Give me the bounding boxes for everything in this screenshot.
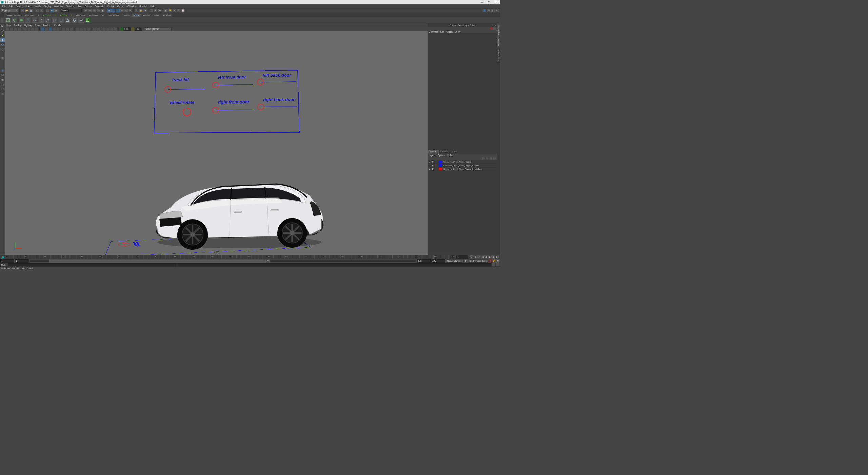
layer-type-toggle[interactable] (435, 160, 438, 164)
select-tool[interactable] (0, 24, 5, 28)
render-settings-icon[interactable]: ⚙ (158, 9, 162, 12)
layer-name[interactable]: Crossover_2025_White_Rigged (442, 161, 471, 163)
select-component-icon[interactable]: ▦ (54, 9, 58, 12)
panel-undock-icon[interactable]: ▱ (492, 24, 494, 26)
play-fwd-button[interactable]: ▶▶ (485, 255, 488, 259)
layer-menu-layers[interactable]: Layers (429, 154, 435, 156)
layer-row[interactable]: V P Crossover_2025_White_Rigged_Helpers (428, 164, 497, 167)
xgen-density-icon[interactable] (52, 17, 57, 23)
shelf-tab-sculpting[interactable]: Sculpting (41, 14, 53, 17)
shelf-tab-redshift[interactable]: Redshift (141, 14, 152, 17)
layout-outliner-icon[interactable] (0, 92, 5, 96)
layer-vis-toggle[interactable]: V (428, 160, 431, 164)
hypershade-icon[interactable]: ◐ (164, 9, 168, 12)
layer-new-selected-icon[interactable] (493, 157, 496, 160)
range-slider[interactable]: 120 (30, 260, 416, 262)
mask-curve-icon[interactable]: 〰 (92, 9, 96, 12)
mask-surface-icon[interactable]: ▭ (97, 9, 101, 12)
vp-bookmark-icon[interactable] (14, 27, 17, 31)
xgen-region-icon[interactable] (45, 17, 51, 23)
vp-edge-icon[interactable] (106, 27, 110, 31)
scale-tool[interactable] (0, 47, 5, 52)
step-fwd-button[interactable]: ▶ (488, 255, 492, 259)
vp-exposure-toggle-icon[interactable] (120, 27, 123, 31)
vp-xray-joints-icon[interactable] (70, 27, 73, 31)
layout-two-h-icon[interactable] (0, 78, 5, 82)
xgen-window-icon[interactable] (85, 17, 91, 23)
layer-vis-toggle[interactable]: V (428, 164, 431, 167)
layout-3-icon[interactable]: ⊟ (495, 9, 499, 12)
ch-menu-object[interactable]: Object (446, 31, 452, 33)
current-time-field[interactable]: 1 (456, 255, 468, 259)
layer-move-up-icon[interactable] (482, 157, 485, 160)
rig-rb-knob[interactable] (257, 103, 264, 110)
ipr-icon[interactable]: ▶ (154, 9, 158, 12)
menu-file[interactable]: File (1, 5, 7, 7)
layer-color-swatch[interactable] (439, 164, 442, 167)
step-fwd-key-button[interactable]: |▶ (492, 255, 495, 259)
vp-gate-mask-icon[interactable] (35, 27, 38, 31)
shelf-tab-fxcaching[interactable]: FX Caching (106, 14, 121, 17)
vp-gamma-field[interactable]: 1.00 (135, 27, 142, 31)
xgen-convert-icon[interactable] (38, 17, 44, 23)
ch-menu-channels[interactable]: Channels (429, 31, 438, 33)
workspace-dropdown[interactable]: Rigging (1, 9, 18, 12)
layer-playback-toggle[interactable]: P (431, 160, 435, 164)
rotate-tool[interactable] (0, 43, 5, 47)
shelf-toggle-icon[interactable] (1, 18, 3, 23)
play-back-button[interactable]: ◀◀ (481, 255, 484, 259)
xgen-guide-icon[interactable] (25, 17, 31, 23)
vp-exposure-icon[interactable] (93, 27, 96, 31)
menu-deform[interactable]: Deform (83, 5, 93, 7)
autokey-icon[interactable]: ● (489, 259, 492, 262)
minimize-button[interactable]: — (481, 1, 484, 4)
shelf-tab-xgen[interactable]: XGen (132, 14, 141, 17)
layer-tab-render[interactable]: Render (439, 150, 450, 153)
rig-wheel-rotate-icon[interactable] (181, 107, 192, 118)
vp-grid-icon[interactable] (23, 27, 27, 31)
vp-image-plane-icon[interactable] (18, 27, 21, 31)
snap-plane-icon[interactable]: ▱ (120, 9, 124, 12)
cmd-input[interactable] (8, 263, 176, 266)
snap-live-icon[interactable]: ◎ (124, 9, 128, 12)
script-editor-icon[interactable] (492, 263, 495, 266)
menu-edit[interactable]: Edit (7, 5, 14, 7)
menu-skeleton[interactable]: Skeleton (64, 5, 76, 7)
shelf-tab-bullet[interactable]: Bullet (152, 14, 161, 17)
vp-gamma-toggle-icon[interactable] (131, 27, 134, 31)
menu-display[interactable]: Display (42, 5, 53, 7)
vp-wireframe-icon[interactable] (41, 27, 44, 31)
move-tool[interactable] (0, 38, 5, 42)
xgen-preview-icon[interactable] (78, 17, 84, 23)
account-icon[interactable]: 👤 (482, 9, 487, 12)
open-scene-icon[interactable]: 📂 (25, 9, 29, 12)
layer-color-swatch[interactable] (439, 168, 442, 170)
step-back-key-button[interactable]: ◀| (473, 255, 477, 259)
layer-name[interactable]: Crossover_2025_White_Rigged_Helpers (442, 164, 479, 166)
panel-menu-renderer[interactable]: Renderer (43, 24, 52, 26)
layer-tab-anim[interactable]: Anim (450, 150, 459, 153)
range-end-field[interactable]: 200 (431, 259, 445, 262)
panel-close-icon[interactable]: ✕ (494, 24, 496, 26)
vp-aa-icon[interactable] (83, 27, 86, 31)
shelf-tab-custom[interactable]: Custom (121, 14, 132, 17)
layer-tab-display[interactable]: Display (428, 150, 439, 153)
menu-cache[interactable]: Cache (116, 5, 125, 7)
graph-editor-icon[interactable]: 📈 (181, 9, 185, 12)
vp-colorspace-dropdown[interactable]: sRGB gamma (144, 27, 172, 31)
vp-exposure-field[interactable]: 0.00 (124, 27, 131, 31)
snap-point-icon[interactable]: · (116, 9, 120, 12)
vp-ao-icon[interactable] (75, 27, 79, 31)
mask-handle-icon[interactable]: ◈ (84, 9, 88, 12)
menu-modify[interactable]: Modify (33, 5, 42, 7)
menu-skin[interactable]: Skin (76, 5, 83, 7)
outliner-icon[interactable]: ☰ (177, 9, 181, 12)
vp-lights-icon[interactable] (52, 27, 56, 31)
panel-layout-icon[interactable]: ⊞ (173, 9, 177, 12)
layer-move-down-icon[interactable] (486, 157, 489, 160)
menu-redshift[interactable]: Redshift (138, 5, 149, 7)
vp-face-icon[interactable] (110, 27, 114, 31)
snap-curve-icon[interactable]: ◡ (111, 9, 115, 12)
layer-row[interactable]: V P Crossover_2025_White_Rigged_Controll… (428, 167, 497, 171)
last-tool[interactable] (0, 56, 5, 60)
